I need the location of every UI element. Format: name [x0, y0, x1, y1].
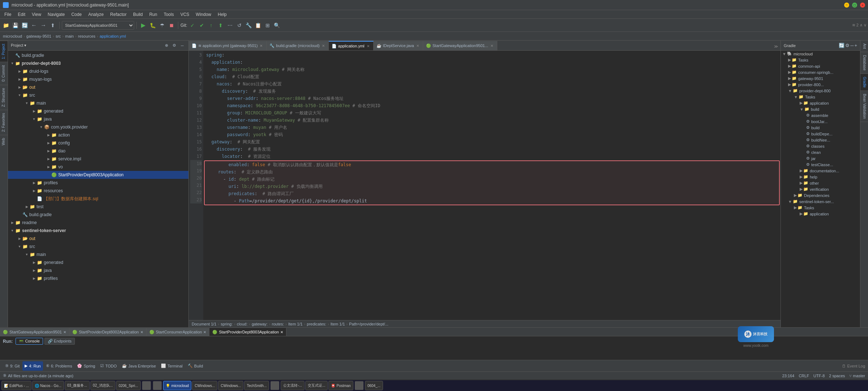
run-tab-close-icon[interactable]: ✕ [63, 330, 66, 334]
tab-close-icon[interactable]: ✕ [490, 43, 494, 48]
git-update[interactable]: ⬆ [216, 21, 225, 30]
taskbar-icon-4[interactable] [355, 381, 363, 390]
menu-window[interactable]: Window [193, 11, 214, 18]
menu-analyze[interactable]: Analyze [85, 11, 107, 18]
tool-btn-problems[interactable]: ⑥ 6: Problems [44, 361, 75, 371]
tree-item-generated[interactable]: ▶ 📁 generated [8, 107, 188, 115]
gradle-consumer[interactable]: ▶ 📁 consumer-springb... [781, 69, 860, 75]
run-tab-start-provider-8003[interactable]: 🟢 StartProviderDept8003Application ✕ [209, 328, 286, 336]
project-hide-icon[interactable]: ─ [179, 42, 186, 49]
git-push[interactable]: ↑ [207, 21, 216, 30]
tab-close-icon[interactable]: ✕ [416, 43, 420, 48]
minimize-button[interactable]: ─ [844, 3, 849, 8]
tab-build-gradle-microcloud[interactable]: 🔧 build.gradle (microcloud) ✕ [267, 41, 328, 50]
gradle-bootjar[interactable]: ⚙ bootJar... [781, 118, 860, 125]
project-settings-icon[interactable]: ⚙ [171, 42, 178, 49]
tree-item-generated-2[interactable]: ▶ 📁 generated [8, 258, 188, 266]
tab-overflow-icon[interactable]: ≫ [772, 43, 780, 50]
gradle-help[interactable]: ▶ 📁 help [781, 174, 860, 180]
menu-navigate[interactable]: Navigate [45, 11, 68, 18]
tool-btn-java-enterprise[interactable]: ☕ Java Enterprise [120, 361, 158, 371]
tree-item-main[interactable]: ▼ 📁 main [8, 99, 188, 107]
right-tab-database[interactable]: Database [860, 52, 868, 74]
git-tick[interactable]: ✔ [197, 21, 206, 30]
gradle-testclasses[interactable]: ⚙ testClasse... [781, 161, 860, 168]
tool-btn-git[interactable]: ⑨ 9: Git [3, 361, 22, 371]
toolbar-refresh[interactable]: 🔄 [20, 21, 29, 30]
gradle-other[interactable]: ▶ 📁 other [781, 180, 860, 186]
gradle-sentinel-tasks[interactable]: ▶ 📁 Tasks [781, 205, 860, 211]
tab-idept-service[interactable]: ☕ IDeptService.java ✕ [374, 41, 423, 50]
tree-item-main-2[interactable]: ▼ 📁 main [8, 251, 188, 258]
run-tab-close-icon[interactable]: ✕ [140, 330, 143, 334]
toolbar-run[interactable]: ▶ [139, 21, 148, 30]
tree-item-druid-logs[interactable]: ▶ 📁 druid-logs [8, 67, 188, 75]
gradle-gateway[interactable]: ▶ 📁 gateway-9501 [781, 75, 860, 81]
menu-run[interactable]: Run [146, 11, 160, 18]
taskbar-cwindows-1[interactable]: CWindows... [192, 381, 217, 390]
tree-item-readme[interactable]: ▶ 📁 readme [8, 219, 188, 227]
taskbar-0604[interactable]: 0604_... [365, 381, 383, 390]
run-tab-start-consumer[interactable]: 🟢 StartConsumerApplication ✕ [146, 328, 210, 336]
console-tab-endpoints[interactable]: 🔗 Endpoints [44, 338, 75, 345]
breadcrumb-gateway[interactable]: gateway-9501 [26, 34, 51, 38]
tree-item-test[interactable]: ▶ 📁 test [8, 203, 188, 211]
taskbar-techsmith[interactable]: TechSmith... [244, 381, 269, 390]
taskbar-item-1[interactable]: 03_微服务... [65, 381, 90, 390]
position-indicator[interactable]: 23:164 [782, 374, 795, 378]
right-tab-bean-validation[interactable]: Bean Validation [860, 91, 868, 122]
tool-btn-run[interactable]: ▶ 4: Run [22, 361, 43, 371]
tab-application-yml[interactable]: 📄 application.yml ✕ [329, 41, 374, 50]
tree-item-src[interactable]: ▼ 📁 src [8, 91, 188, 99]
console-tab-console[interactable]: 📟 Console [16, 338, 43, 345]
tree-item-dao[interactable]: ▶ 📁 dao [8, 147, 188, 155]
taskbar-icon-3[interactable] [271, 381, 279, 390]
tool-btn-todo[interactable]: ☑ TODO [98, 361, 119, 371]
tree-item-vo[interactable]: ▶ 📁 vo [8, 163, 188, 171]
menu-refactor[interactable]: Refactor [107, 11, 129, 18]
gradle-clean[interactable]: ⚙ clean [781, 149, 860, 155]
gradle-verification[interactable]: ▶ 📁 verification [781, 186, 860, 192]
tree-item-config[interactable]: ▶ 📁 config [8, 139, 188, 147]
side-tab-web[interactable]: Web [0, 135, 8, 148]
tool-btn-terminal[interactable]: ⬜ Terminal [159, 361, 185, 371]
maximize-button[interactable]: □ [852, 3, 857, 8]
tab-application-yml-gateway[interactable]: 📄 ≋ application.yml (gateway-9501) ✕ [189, 41, 267, 50]
toolbar-copy[interactable]: 📋 [254, 21, 263, 30]
taskbar-postman[interactable]: 📮Postman [328, 381, 353, 390]
toolbar-open[interactable]: 📁 [1, 21, 10, 30]
taskbar-gongwen[interactable]: 公文流转-... [281, 381, 305, 390]
tree-item-com-yootk-provider[interactable]: ▼ 📦 com.yootk.provider [8, 123, 188, 131]
gradle-sentinel[interactable]: ▼ 📁 sentinel-token-ser... [781, 198, 860, 205]
tree-item-service-impl[interactable]: ▶ 📁 service.impl [8, 155, 188, 163]
tree-item-java[interactable]: ▼ 📁 java [8, 115, 188, 123]
toolbar-nav[interactable]: ⬆ [48, 21, 57, 30]
tree-item-start-provider[interactable]: 🟢 StartProviderDept8003Application [8, 171, 188, 179]
git-more[interactable]: ⋯ [226, 21, 234, 30]
toolbar-search[interactable]: 🔍 [273, 21, 281, 30]
run-tab-start-provider-8002[interactable]: 🟢 StartProviderDept8002Application ✕ [69, 328, 146, 336]
taskbar-editplus[interactable]: 📝EditPlus - ... [1, 381, 31, 390]
gradle-builddepend[interactable]: ⚙ buildDepe... [781, 131, 860, 137]
menu-tools[interactable]: Tools [161, 11, 177, 18]
right-tab-gradle[interactable]: Gradle [860, 74, 868, 91]
gradle-provider-800[interactable]: ▶ 📁 provider-800... [781, 81, 860, 88]
menu-view[interactable]: View [29, 11, 44, 18]
taskbar-jiaohu[interactable]: 交互式证... [305, 381, 328, 390]
gradle-build[interactable]: ▼ 📁 build [781, 106, 860, 112]
toolbar-coverage[interactable]: ☂ [158, 21, 166, 30]
side-tab-structure[interactable]: Z: Structure [0, 85, 8, 110]
gradle-refresh-icon[interactable]: 🔄 [839, 43, 844, 48]
side-tab-commit[interactable]: 0: Commit [0, 62, 8, 85]
gradle-hide-icon[interactable]: ─ [850, 43, 854, 48]
gradle-settings-icon[interactable]: ⚙ [845, 43, 850, 48]
toolbar-back[interactable]: ← [30, 21, 38, 30]
run-config-select[interactable]: StartGatewayApplication9501 [62, 21, 134, 30]
run-tab-close-icon[interactable]: ✕ [203, 330, 206, 334]
breadcrumb-application-yml[interactable]: application.yml [99, 34, 126, 38]
gradle-sentinel-application[interactable]: ▶ 📁 application [781, 211, 860, 217]
tab-close-icon[interactable]: ✕ [321, 43, 326, 48]
breadcrumb-resources[interactable]: resources [78, 34, 95, 38]
taskbar-microcloud[interactable]: 💡microcloud [163, 381, 191, 390]
gradle-documentation[interactable]: ▶ 📁 documentation... [781, 168, 860, 174]
